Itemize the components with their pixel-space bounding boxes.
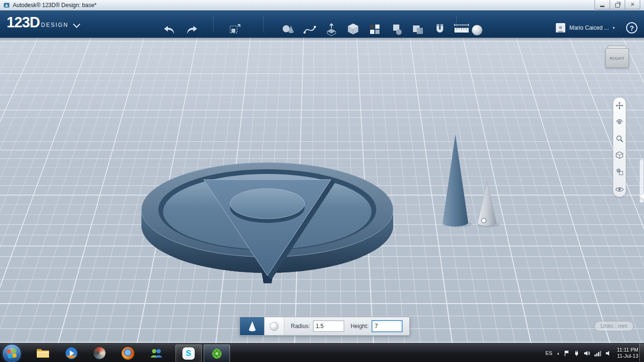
cone-primitive-button[interactable]	[240, 317, 264, 335]
taskbar-messenger-button[interactable]	[143, 345, 169, 362]
logo-123d: 123D	[7, 14, 40, 31]
restore-icon	[615, 3, 620, 8]
menu-chevron-icon	[73, 21, 81, 28]
undo-button[interactable]	[160, 24, 178, 37]
minimize-button[interactable]	[594, 0, 610, 9]
windows-flag-icon	[7, 349, 17, 358]
taskbar-media-app-button[interactable]	[87, 345, 112, 362]
view-cube-front-face[interactable]: RIGHT	[605, 48, 629, 68]
window-controls: ✕	[595, 0, 640, 9]
combine-tool-button[interactable]	[410, 22, 426, 37]
restore-button[interactable]	[610, 0, 625, 9]
user-dropdown-icon: ▾	[612, 25, 615, 30]
primitives-tool-button[interactable]	[280, 22, 296, 37]
taskbar-mediaplayer-button[interactable]	[58, 345, 84, 362]
fit-view-button[interactable]	[615, 151, 624, 159]
modeling-tools-group	[280, 22, 470, 37]
height-label: Height:	[351, 323, 369, 329]
view-settings-icon	[616, 168, 623, 175]
volume-icon[interactable]	[584, 350, 590, 356]
radius-label: Radius:	[291, 323, 310, 329]
construct-tool-button[interactable]	[323, 22, 339, 37]
window-titlebar[interactable]: Autodesk® 123D® Design: base* ✕	[0, 0, 644, 11]
folder-icon	[36, 347, 50, 359]
construct-icon	[324, 22, 339, 36]
taskbar-123d-design-button[interactable]	[204, 345, 230, 362]
pattern-icon	[368, 22, 382, 36]
taskbar-clock[interactable]: 11:11 PM 11-Jul-13	[617, 347, 638, 359]
firefox-icon	[122, 347, 134, 360]
snap-tool-button[interactable]	[432, 22, 448, 37]
speaker-icon[interactable]	[605, 350, 611, 356]
redo-icon	[185, 25, 198, 35]
transform-icon	[228, 23, 242, 37]
material-tool-button[interactable]	[470, 24, 485, 37]
snap-icon	[433, 22, 447, 36]
network-signal-icon[interactable]	[594, 350, 601, 356]
3d-viewport[interactable]: RIGHT	[0, 38, 644, 343]
design-app-icon	[210, 347, 223, 360]
primitives-icon	[281, 22, 295, 36]
logo-design: DESIGN	[41, 22, 68, 28]
zoom-button[interactable]	[615, 134, 624, 143]
undo-icon	[163, 25, 176, 35]
messenger-icon	[150, 347, 163, 359]
grouping-tool-button[interactable]	[388, 22, 405, 37]
desktop-screen: Autodesk® 123D® Design: base* ✕ 123D DES…	[0, 0, 644, 362]
media-app-icon	[93, 347, 106, 359]
action-center-flag-icon[interactable]	[564, 350, 570, 356]
close-button[interactable]: ✕	[625, 0, 640, 9]
media-player-icon	[65, 347, 78, 360]
navigation-toolbar	[613, 97, 626, 197]
sphere-primitive-button[interactable]	[264, 317, 284, 335]
sphere-icon	[270, 322, 279, 331]
modify-icon	[346, 22, 360, 36]
fit-icon	[616, 151, 623, 159]
system-tray: ES ▲ 11:11 PM 11-Jul-13	[545, 344, 638, 362]
windows-taskbar: S ES ▲	[0, 343, 644, 362]
radius-input[interactable]	[313, 321, 344, 332]
clock-date: 11-Jul-13	[617, 353, 638, 359]
redo-button[interactable]	[183, 24, 201, 37]
help-button[interactable]: ?	[626, 22, 637, 33]
height-input[interactable]	[372, 320, 403, 332]
clock-time: 11:11 PM	[617, 347, 638, 353]
taskbar-explorer-button[interactable]	[30, 345, 56, 362]
combine-icon	[411, 22, 425, 36]
visibility-button[interactable]	[615, 185, 624, 194]
view-settings-button[interactable]	[615, 167, 624, 176]
tray-expand-icon[interactable]: ▲	[557, 352, 560, 355]
app-menu-button[interactable]: 123D DESIGN	[7, 14, 79, 31]
user-account-menu[interactable]: Mario Caiced ... ▾	[556, 23, 615, 33]
toolbar-separator	[213, 16, 214, 32]
skype-icon: S	[182, 347, 195, 360]
panel-collapse-arrow[interactable]	[639, 193, 644, 200]
help-icon: ?	[629, 24, 634, 32]
taskbar-firefox-button[interactable]	[115, 345, 140, 362]
pan-button[interactable]	[615, 101, 624, 110]
cone-icon	[248, 321, 256, 332]
sketch-tool-button[interactable]	[302, 22, 318, 37]
user-name: Mario Caiced ...	[569, 25, 609, 31]
view-cube[interactable]: RIGHT	[605, 48, 629, 68]
user-avatar	[556, 23, 565, 33]
units-indicator: Units : mm	[594, 321, 634, 331]
modify-tool-button[interactable]	[345, 22, 361, 37]
toolbar-separator	[263, 16, 264, 32]
toolbar-separator	[456, 16, 457, 32]
pattern-tool-button[interactable]	[367, 22, 383, 37]
start-button[interactable]	[2, 344, 21, 362]
zoom-icon	[616, 135, 623, 142]
language-indicator[interactable]: ES	[545, 350, 553, 356]
orbit-button[interactable]	[615, 118, 624, 126]
power-plug-icon[interactable]	[574, 350, 579, 356]
pan-icon	[616, 102, 623, 109]
close-icon: ✕	[630, 2, 635, 7]
transform-tool-button[interactable]	[225, 22, 244, 38]
ground-grid	[0, 38, 644, 343]
taskbar-skype-button[interactable]: S	[175, 345, 202, 362]
visibility-eye-icon	[615, 187, 624, 192]
show-desktop-button[interactable]	[639, 344, 644, 362]
grid-background	[0, 38, 644, 343]
orbit-icon	[616, 118, 623, 126]
